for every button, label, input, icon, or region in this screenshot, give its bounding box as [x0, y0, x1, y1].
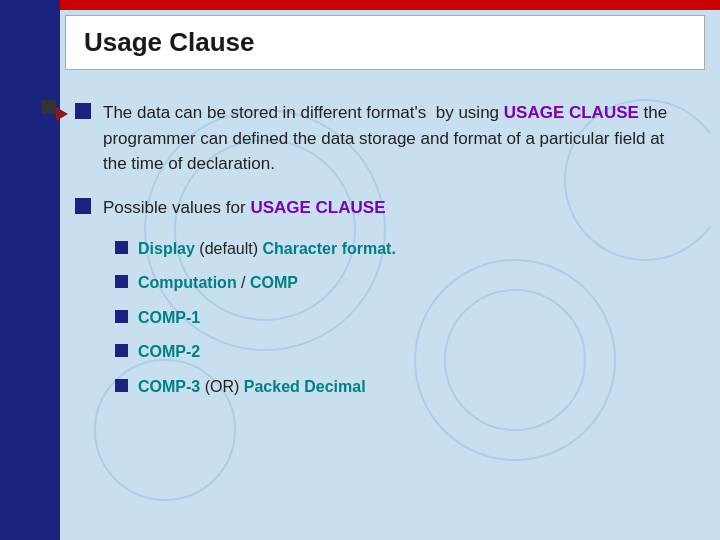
sub-bullet-comp2: COMP-2: [115, 341, 690, 363]
sub-bullet-5-square: [115, 379, 128, 392]
sub-bullet-5-text: COMP-3 (OR) Packed Decimal: [138, 376, 366, 398]
usage-clause-highlight-1: USAGE CLAUSE: [504, 103, 639, 122]
comp2-label: COMP-2: [138, 343, 200, 360]
bullet-2: Possible values for USAGE CLAUSE: [75, 195, 690, 221]
content-area: The data can be stored in different form…: [65, 80, 710, 530]
slide-title: Usage Clause: [84, 27, 255, 58]
comp1-label: COMP-1: [138, 309, 200, 326]
comp3-label: COMP-3: [138, 378, 200, 395]
sub-bullet-comp: Computation / COMP: [115, 272, 690, 294]
bullet-1-text: The data can be stored in different form…: [103, 100, 690, 177]
display-label: Display: [138, 240, 195, 257]
comp-label: COMP: [250, 274, 298, 291]
bullet-2-section: Possible values for USAGE CLAUSE Display…: [75, 195, 690, 398]
sub-bullet-2-text: Computation / COMP: [138, 272, 298, 294]
sub-bullet-4-text: COMP-2: [138, 341, 200, 363]
usage-clause-highlight-2: USAGE CLAUSE: [250, 198, 385, 217]
title-box: Usage Clause: [65, 15, 705, 70]
sub-bullet-1-square: [115, 241, 128, 254]
sub-bullet-comp3: COMP-3 (OR) Packed Decimal: [115, 376, 690, 398]
slide-container: Usage Clause The data can be stored in d…: [0, 0, 720, 540]
sub-bullet-3-square: [115, 310, 128, 323]
bullet-2-text: Possible values for USAGE CLAUSE: [103, 195, 385, 221]
sub-bullet-3-text: COMP-1: [138, 307, 200, 329]
character-format-label: Character format.: [263, 240, 396, 257]
packed-decimal-label: Packed Decimal: [244, 378, 366, 395]
bullet-1-square: [75, 103, 91, 119]
sub-bullet-4-square: [115, 344, 128, 357]
computation-label: Computation: [138, 274, 237, 291]
left-bullet-square: [42, 100, 56, 114]
sub-bullet-1-text: Display (default) Character format.: [138, 238, 396, 260]
bullet-2-square: [75, 198, 91, 214]
sub-bullet-display: Display (default) Character format.: [115, 238, 690, 260]
sub-bullet-comp1: COMP-1: [115, 307, 690, 329]
bullet-1: The data can be stored in different form…: [75, 100, 690, 177]
sub-bullet-2-square: [115, 275, 128, 288]
sub-bullets: Display (default) Character format. Comp…: [115, 238, 690, 398]
top-bar: [0, 0, 720, 10]
left-sidebar: [0, 0, 60, 540]
